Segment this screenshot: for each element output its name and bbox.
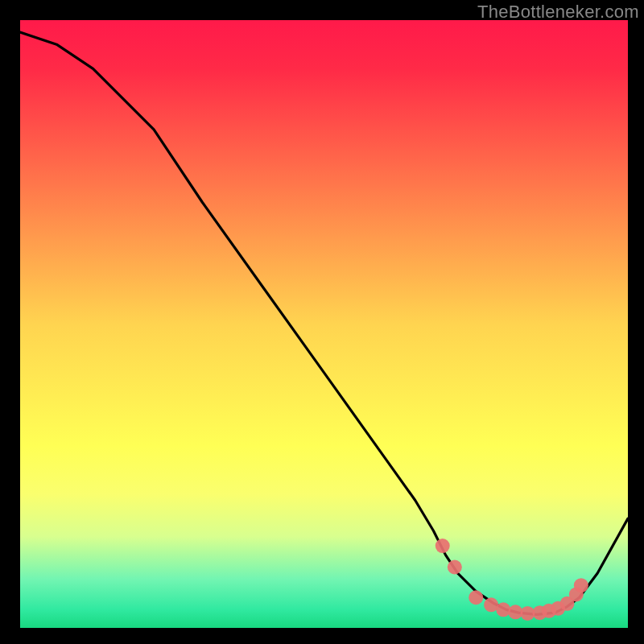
- highlight-dot: [469, 590, 483, 605]
- highlight-dot: [574, 578, 588, 592]
- highlight-dot: [448, 560, 462, 575]
- chart-container: TheBottleneker.com: [0, 0, 644, 644]
- gradient-background: [20, 20, 628, 628]
- plot-area: [20, 20, 628, 628]
- chart-svg: [20, 20, 628, 628]
- highlight-dot: [496, 602, 510, 617]
- highlight-dot: [436, 539, 450, 553]
